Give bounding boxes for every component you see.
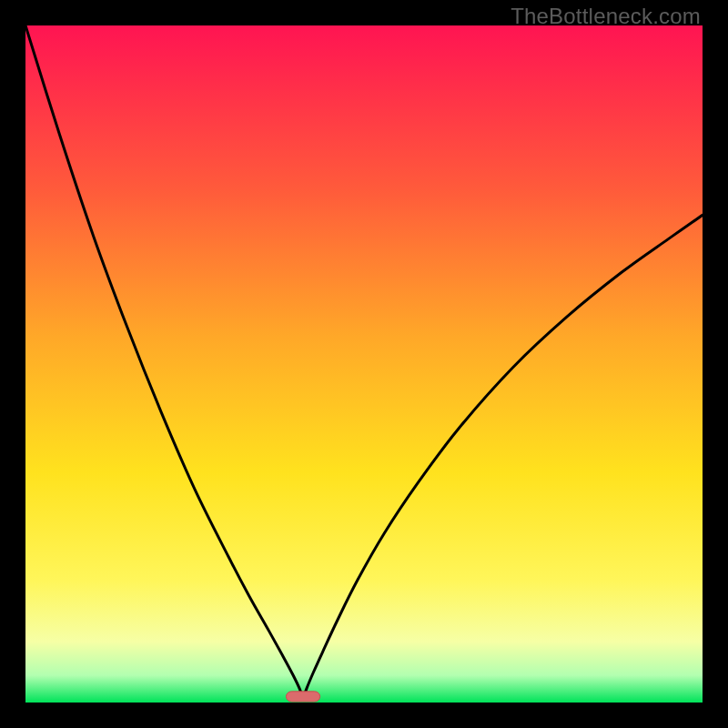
chart-frame: TheBottleneck.com bbox=[0, 0, 728, 728]
chart-svg bbox=[25, 25, 703, 703]
plot-area bbox=[25, 25, 703, 703]
watermark-text: TheBottleneck.com bbox=[511, 4, 701, 29]
gradient-background bbox=[25, 25, 703, 703]
minimum-marker bbox=[286, 692, 319, 702]
